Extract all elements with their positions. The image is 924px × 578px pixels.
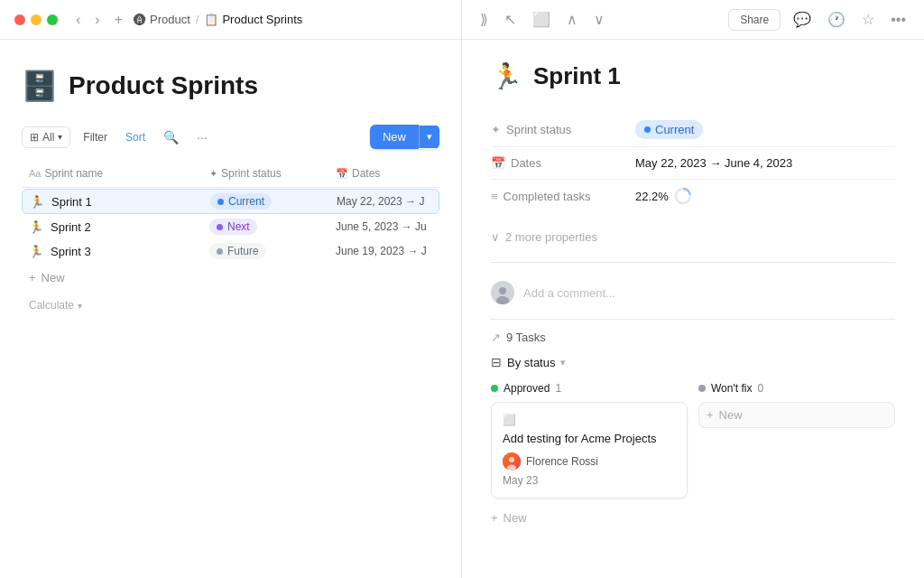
toolbar: ⊞ All ▾ Filter Sort 🔍 ··· New ▾: [22, 125, 439, 149]
cursor-icon[interactable]: ↖: [501, 9, 520, 30]
property-value-completed[interactable]: 22.2%: [635, 187, 895, 205]
chevron-down-icon: ▾: [58, 132, 62, 142]
comment-placeholder[interactable]: Add a comment...: [523, 286, 615, 300]
chevron-down-icon[interactable]: ∨: [590, 9, 608, 30]
breadcrumb-product[interactable]: 🅐 Product: [134, 13, 190, 27]
back-icon[interactable]: ‹: [72, 10, 84, 30]
status-prop-icon: ✦: [491, 123, 501, 136]
history-icon[interactable]: 🕐: [824, 7, 849, 32]
more-properties[interactable]: ∨ 2 more properties: [491, 227, 895, 247]
property-row-status: ✦ Sprint status Current: [491, 113, 895, 147]
task-card[interactable]: ⬜ Add testing for Acme Projects: [491, 402, 688, 499]
titlebar-left: ‹ › + 🅐 Product / 📋 Product Sprints: [0, 0, 461, 40]
property-row-dates: 📅 Dates May 22, 2023 → June 4, 2023: [491, 147, 895, 180]
sprint-status-cell: Next: [202, 215, 328, 238]
property-value-status[interactable]: Current: [635, 120, 895, 139]
left-content: 🗄️ Product Sprints ⊞ All ▾ Filter Sort 🔍…: [0, 40, 461, 578]
chevron-up-icon[interactable]: ∧: [563, 9, 581, 30]
new-button-arrow[interactable]: ▾: [419, 126, 439, 148]
search-icon[interactable]: 🔍: [158, 126, 184, 148]
sprint-title-row: 🏃 Sprint 1: [491, 61, 895, 91]
status-badge[interactable]: Current: [210, 193, 272, 210]
forward-icon[interactable]: ›: [91, 10, 103, 30]
sprint-name-cell: 🏃 Sprint 1: [23, 191, 203, 212]
more-options-icon[interactable]: ···: [191, 126, 213, 148]
chevron-down-icon: ∨: [491, 230, 500, 244]
calendar-icon: 📅: [336, 168, 348, 180]
approved-count: 1: [555, 382, 561, 395]
sprint-dates-cell: May 22, 2023 → J: [329, 191, 439, 211]
comment-row: Add a comment...: [491, 270, 895, 315]
property-label-completed: ≡ Completed tasks: [491, 190, 635, 203]
wont-fix-count: 0: [757, 382, 763, 395]
property-value-dates[interactable]: May 22, 2023 → June 4, 2023: [635, 156, 895, 170]
kanban-row: Approved 1 ⬜ Add testing for Acme Projec…: [491, 382, 895, 530]
traffic-lights: [14, 14, 58, 25]
status-dot: [217, 248, 223, 255]
col-header-name: Aa Sprint name: [22, 163, 202, 183]
left-panel: ‹ › + 🅐 Product / 📋 Product Sprints 🗄️ P…: [0, 0, 462, 578]
task-assignee: Florence Rossi: [503, 452, 676, 471]
property-label-dates: 📅 Dates: [491, 156, 635, 170]
minimize-button[interactable]: [31, 14, 42, 25]
calculate-row[interactable]: Calculate ▾: [22, 292, 439, 319]
sprint-status-badge[interactable]: Current: [635, 120, 703, 139]
filter-button[interactable]: Filter: [78, 127, 113, 147]
layout-icon[interactable]: ⬜: [529, 9, 554, 30]
add-new-approved[interactable]: + New: [491, 506, 688, 530]
close-button[interactable]: [14, 14, 25, 25]
sidebar-toggle-icon[interactable]: ⟫: [476, 9, 492, 30]
sprint-dates-cell: June 5, 2023 → Ju: [328, 217, 439, 237]
breadcrumb-separator: /: [196, 13, 199, 26]
chevron-down-icon: ▾: [560, 357, 566, 368]
col-header-status: ✦ Sprint status: [202, 163, 328, 183]
sort-button[interactable]: Sort: [120, 127, 151, 147]
divider: [491, 262, 895, 263]
add-new-row[interactable]: + New: [22, 264, 439, 292]
add-new-wont-fix[interactable]: + New: [698, 402, 895, 428]
share-button[interactable]: Share: [728, 9, 781, 31]
task-type-icon: ⬜: [503, 414, 516, 426]
kanban-col-approved: Approved 1 ⬜ Add testing for Acme Projec…: [491, 382, 688, 530]
table-row[interactable]: 🏃 Sprint 1 Current May 22, 2023 → J: [22, 189, 439, 214]
properties-grid: ✦ Sprint status Current 📅 Dates May 22, …: [491, 113, 895, 212]
by-status-label: By status: [507, 356, 555, 369]
table-header: Aa Sprint name ✦ Sprint status 📅 Dates: [22, 163, 439, 188]
titlebar-right: ⟫ ↖ ⬜ ∧ ∨ Share 💬 🕐 ☆ •••: [462, 0, 924, 40]
new-button[interactable]: New: [370, 125, 419, 149]
tasks-header: ↗ 9 Tasks: [491, 331, 895, 344]
status-badge[interactable]: Future: [209, 243, 266, 259]
add-page-icon[interactable]: +: [111, 10, 126, 30]
by-status-row[interactable]: ⊟ By status ▾: [491, 355, 895, 369]
sprint-name-cell: 🏃 Sprint 2: [22, 217, 202, 238]
svg-point-6: [509, 457, 514, 462]
sprint-icon: 🏃: [29, 220, 43, 234]
chevron-down-icon: ▾: [78, 301, 82, 311]
maximize-button[interactable]: [47, 14, 58, 25]
sprint-icon: 🏃: [29, 245, 43, 258]
task-date: May 23: [503, 474, 676, 487]
assignee-name: Florence Rossi: [526, 455, 598, 468]
right-content: 🏃 Sprint 1 ✦ Sprint status Current: [462, 40, 924, 578]
view-selector[interactable]: ⊞ All ▾: [22, 126, 70, 148]
kanban-col-header-wont-fix: Won't fix 0: [698, 382, 895, 395]
comment-icon[interactable]: 💬: [790, 7, 815, 32]
kanban-col-wont-fix: Won't fix 0 + New: [698, 382, 895, 530]
table-row[interactable]: 🏃 Sprint 2 Next June 5, 2023 → Ju: [22, 215, 439, 238]
task-card-icon-row: ⬜: [503, 414, 676, 426]
property-label-status: ✦ Sprint status: [491, 123, 635, 136]
plus-icon: +: [29, 271, 36, 284]
calendar-prop-icon: 📅: [491, 156, 505, 170]
breadcrumb-sprints[interactable]: 📋 Product Sprints: [204, 13, 302, 26]
status-badge[interactable]: Next: [209, 219, 257, 235]
arrow-up-right-icon: ↗: [491, 331, 501, 344]
plus-icon: +: [707, 408, 714, 422]
kanban-col-header-approved: Approved 1: [491, 382, 688, 395]
new-button-group: New ▾: [370, 125, 439, 149]
more-options-icon[interactable]: •••: [887, 8, 910, 32]
favorite-icon[interactable]: ☆: [858, 7, 878, 32]
status-dot: [217, 224, 223, 230]
page-title: Product Sprints: [69, 71, 258, 100]
comment-avatar: [491, 281, 514, 304]
table-row[interactable]: 🏃 Sprint 3 Future June 19, 2023 → J: [22, 239, 439, 263]
